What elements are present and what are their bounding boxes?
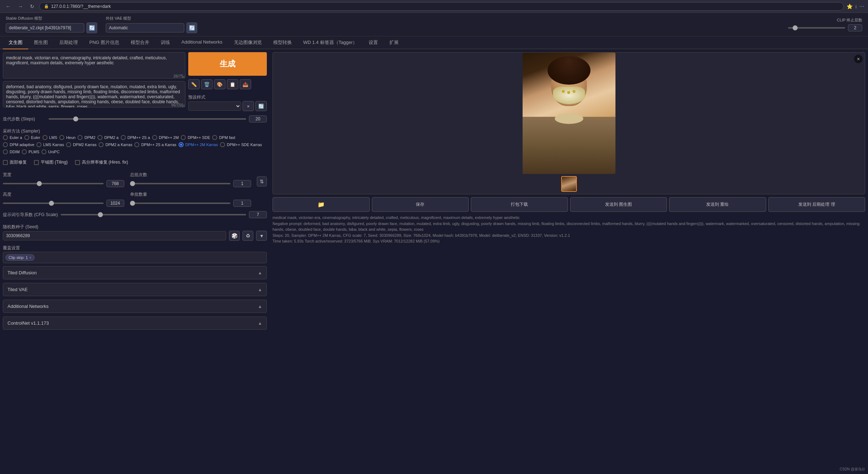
accordion-controlnet-header[interactable]: ControlNet v1.1.173 ▲ — [3, 317, 266, 329]
hires-fix-checkbox[interactable]: 高分辨率修复 (Hires. fix) — [75, 159, 128, 165]
preset-select-wrap: × 🔄 — [188, 101, 267, 111]
top-bar: Stable Diffusion 模型 deliberate_v2.ckpt [… — [0, 13, 868, 36]
image-close-btn[interactable]: × — [854, 55, 863, 63]
preset-refresh-btn[interactable]: 🔄 — [255, 101, 267, 111]
steps-section: 迭代步数 (Steps) 20 — [3, 114, 267, 124]
sampler-dpm-adaptive[interactable]: DPM adaptive — [3, 142, 34, 147]
generate-button[interactable]: 生成 — [188, 52, 267, 76]
steps-label: 迭代步数 (Steps) — [3, 116, 46, 122]
positive-token-count: 26/75 — [173, 74, 183, 78]
tab-infinite[interactable]: 无边图像浏览 — [228, 36, 268, 49]
sampler-ddim[interactable]: DDIM — [3, 149, 20, 154]
seed-row: 🎲 ♻ ▾ — [3, 231, 267, 241]
copy-prompt-btn[interactable]: 📋 — [227, 79, 238, 89]
sampler-dpmpp-2m-karras[interactable]: DPM++ 2M Karras — [179, 142, 218, 147]
batch-size-slider[interactable] — [130, 203, 231, 204]
nav-back-btn[interactable]: ← — [4, 3, 13, 10]
preset-close-btn[interactable]: × — [243, 101, 254, 111]
accordion-additional-networks-header[interactable]: Additional Networks ▲ — [3, 300, 266, 313]
sampler-dpm2-a[interactable]: DPM2 a — [98, 135, 119, 140]
tab-addnets[interactable]: Additional Networks — [176, 36, 228, 49]
zip-download-btn[interactable]: 打包下载 — [471, 197, 568, 212]
accordion-controlnet-arrow: ▲ — [258, 321, 262, 326]
accordion-tiled-diffusion-header[interactable]: Tiled Diffusion ▲ — [3, 266, 266, 279]
negative-prompt-textarea[interactable] — [3, 81, 185, 108]
info-negative: deformed, bad anatomy, disfigured, poorl… — [273, 221, 859, 232]
swap-dimensions-btn[interactable]: ⇅ — [257, 176, 267, 186]
sampler-dpmpp-sde[interactable]: DPM++ SDE — [181, 135, 210, 140]
batch-size-label: 单批数量 — [130, 190, 251, 198]
tab-tagger[interactable]: WD 1.4 标签器（Tagger） — [298, 36, 363, 49]
face-restore-checkbox[interactable]: 面部修复 — [3, 159, 27, 165]
sampler-dpm2-karras[interactable]: DPM2 Karras — [66, 142, 96, 147]
seed-input[interactable] — [3, 231, 226, 240]
height-col: 高度 1024 — [3, 190, 124, 207]
sampler-euler-a[interactable]: Euler a — [3, 135, 22, 140]
style-btn[interactable]: 🎨 — [214, 79, 225, 89]
tab-img2img[interactable]: 图生图 — [28, 36, 54, 49]
positive-prompt-textarea[interactable] — [3, 52, 185, 79]
nav-forward-btn[interactable]: → — [16, 3, 25, 10]
browser-bar: ← → ↻ 🔒 127.0.0.1:7860/?__theme=dark ⭐↕⋯ — [0, 0, 868, 13]
cfg-slider[interactable] — [61, 214, 246, 215]
send-prompt-btn[interactable]: 📤 — [240, 79, 251, 89]
accordion-tiled-vae-header[interactable]: Tiled VAE ▲ — [3, 283, 266, 296]
seed-refresh-btn[interactable]: ♻ — [243, 231, 253, 241]
sd-model-select[interactable]: deliberate_v2.ckpt [b4391b7978] — [6, 23, 84, 33]
sampler-euler[interactable]: Euler — [24, 135, 40, 140]
sampler-dpmpp-2m[interactable]: DPM++ 2M — [152, 135, 179, 140]
cover-label: 覆盖设置 — [3, 244, 267, 252]
send-extras-btn[interactable]: 发送到 后期处理 理 — [768, 197, 865, 212]
seed-extra-btn[interactable]: ▾ — [256, 231, 267, 241]
sampler-dpm2-a-karras[interactable]: DPM2 a Karras — [99, 142, 132, 147]
tiling-checkbox[interactable]: 平铺图 (Tiling) — [34, 159, 68, 165]
height-slider[interactable] — [3, 203, 104, 204]
cfg-value: 7 — [249, 211, 267, 218]
sampler-lms[interactable]: LMS — [43, 135, 58, 140]
send-redraw-btn[interactable]: 发送到 重绘 — [669, 197, 766, 212]
edit-prompt-btn[interactable]: ✏️ — [188, 79, 200, 89]
clip-value: 2 — [848, 24, 862, 31]
sampler-unipc[interactable]: UniPC — [41, 149, 60, 154]
tab-merge[interactable]: 模型合并 — [125, 36, 155, 49]
clear-prompt-btn[interactable]: 🗑️ — [201, 79, 213, 89]
tab-txt2img[interactable]: 文生图 — [3, 36, 28, 49]
save-btn[interactable]: 保存 — [372, 197, 469, 212]
sd-model-section: Stable Diffusion 模型 deliberate_v2.ckpt [… — [6, 16, 97, 33]
cfg-label: 提示词引导系数 (CFG Scale) — [3, 212, 58, 218]
sd-model-refresh-btn[interactable]: 🔄 — [86, 23, 97, 33]
steps-slider[interactable] — [49, 118, 246, 120]
width-slider[interactable] — [3, 183, 104, 184]
accordion-controlnet: ControlNet v1.1.173 ▲ — [3, 316, 267, 330]
thumbnail-0[interactable] — [561, 176, 577, 192]
preset-select[interactable] — [188, 101, 241, 111]
sampler-heun[interactable]: Heun — [59, 135, 75, 140]
sampler-dpmpp-sde-karras[interactable]: DPM++ SDE Karras — [220, 142, 262, 147]
sampler-dpm2[interactable]: DPM2 — [78, 135, 95, 140]
seed-dice-btn[interactable]: 🎲 — [229, 231, 240, 241]
sampler-dpmpp-2s-a[interactable]: DPM++ 2S a — [121, 135, 150, 140]
batch-count-slider[interactable] — [130, 183, 231, 184]
vae-model-select[interactable]: Automatic — [106, 23, 184, 33]
tab-pnginfo[interactable]: PNG 图片信息 — [84, 36, 125, 49]
sampler-lms-karras[interactable]: LMS Karras — [36, 142, 64, 147]
tab-train[interactable]: 训练 — [155, 36, 176, 49]
main-tabs: 文生图 图生图 后期处理 PNG 图片信息 模型合并 训练 Additional… — [0, 36, 868, 49]
vae-model-refresh-btn[interactable]: 🔄 — [186, 23, 197, 33]
tab-convert[interactable]: 模型转换 — [268, 36, 298, 49]
sampler-grid: Euler a Euler LMS Heun DPM2 DPM2 a DPM++… — [3, 135, 267, 154]
negative-token-count: 96/150 — [171, 103, 183, 107]
cover-tag-clip-skip-remove-btn[interactable]: × — [29, 255, 31, 260]
tab-extras[interactable]: 后期处理 — [54, 36, 84, 49]
sampler-dpmpp-2s-a-karras[interactable]: DPM++ 2S a Karras — [134, 142, 176, 147]
nav-reload-btn[interactable]: ↻ — [28, 3, 36, 10]
sampler-plms[interactable]: PLMS — [22, 149, 39, 154]
sampler-dpm-fast[interactable]: DPM fast — [212, 135, 235, 140]
accordion-tiled-vae: Tiled VAE ▲ — [3, 283, 267, 296]
negative-prompt-container: 96/150 — [3, 81, 185, 109]
clip-slider[interactable] — [788, 27, 845, 29]
tab-settings[interactable]: 设置 — [363, 36, 384, 49]
open-folder-btn[interactable]: 📁 — [273, 197, 370, 212]
send-img2img-btn[interactable]: 发送到 图生图 — [570, 197, 667, 212]
tab-ext[interactable]: 扩展 — [384, 36, 404, 49]
